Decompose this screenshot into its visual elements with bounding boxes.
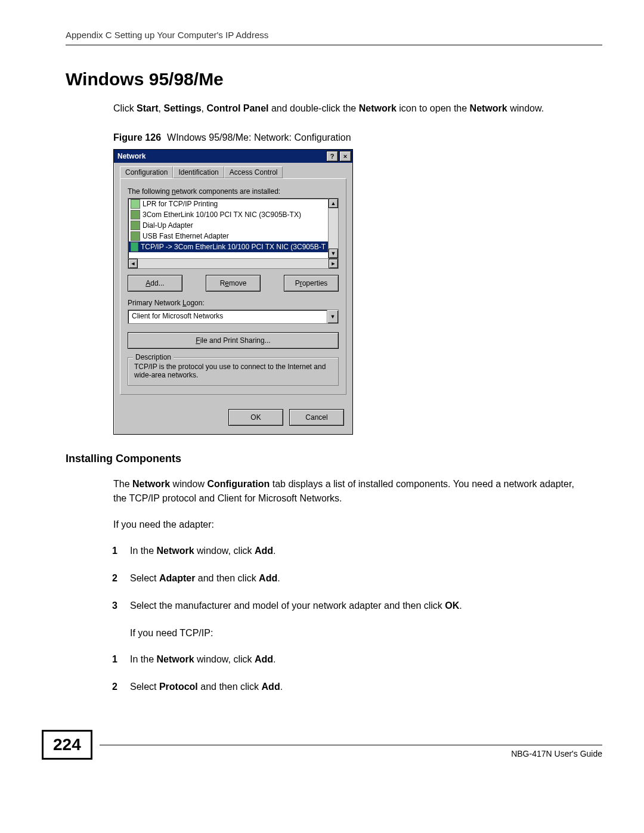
- protocol-icon: [131, 242, 138, 252]
- installing-paragraph: The Network window Configuration tab dis…: [113, 477, 578, 506]
- help-button[interactable]: ?: [326, 151, 338, 162]
- page-header: Appendix C Setting up Your Computer's IP…: [66, 30, 602, 45]
- scroll-up-icon[interactable]: ▲: [329, 199, 338, 208]
- tab-strip: Configuration Identification Access Cont…: [120, 166, 346, 179]
- remove-button[interactable]: Remove: [206, 275, 261, 292]
- steps-adapter: In the Network window, click Add. Select…: [113, 544, 578, 613]
- primary-logon-value: Client for Microsoft Networks: [128, 310, 327, 323]
- list-item[interactable]: USB Fast Ethernet Adapter: [128, 231, 328, 241]
- nic-icon: [131, 231, 140, 241]
- components-listbox[interactable]: LPR for TCP/IP Printing 3Com EtherLink 1…: [128, 198, 339, 259]
- tab-panel-configuration: The following network components are ins…: [120, 178, 346, 395]
- list-item[interactable]: LPR for TCP/IP Printing: [128, 199, 328, 209]
- vertical-scrollbar[interactable]: ▲ ▼: [328, 199, 338, 258]
- list-item: In the Network window, click Add.: [113, 652, 578, 667]
- heading-windows-9x: Windows 95/98/Me: [66, 69, 602, 89]
- scroll-down-icon[interactable]: ▼: [329, 249, 338, 258]
- scroll-right-icon[interactable]: ►: [329, 259, 338, 268]
- cancel-button[interactable]: Cancel: [289, 409, 344, 426]
- list-item: Select Adapter and then click Add.: [113, 571, 578, 586]
- steps-tcpip: In the Network window, click Add. Select…: [113, 652, 578, 694]
- list-item-selected[interactable]: TCP/IP -> 3Com EtherLink 10/100 PCI TX N…: [128, 241, 328, 252]
- need-adapter-paragraph: If you need the adapter:: [113, 518, 578, 532]
- network-dialog: Network ? × Configuration Identification…: [113, 149, 353, 435]
- components-label: The following network components are ins…: [128, 187, 339, 196]
- properties-button[interactable]: Properties: [284, 275, 339, 292]
- intro-paragraph: Click Start, Settings, Control Panel and…: [113, 101, 578, 116]
- chevron-down-icon[interactable]: ▼: [327, 310, 338, 323]
- dialog-titlebar: Network ? ×: [114, 150, 352, 163]
- footer-guide-name: NBG-417N User's Guide: [511, 749, 602, 758]
- tab-identification[interactable]: Identification: [173, 166, 224, 178]
- horizontal-scrollbar[interactable]: ◄ ►: [128, 258, 339, 269]
- close-button[interactable]: ×: [339, 151, 351, 162]
- page-number: 224: [42, 730, 92, 760]
- heading-installing-components: Installing Components: [66, 453, 602, 465]
- tab-configuration[interactable]: Configuration: [120, 166, 173, 178]
- list-item: Select the manufacturer and model of you…: [113, 599, 578, 613]
- figure-caption: Figure 126WIndows 95/98/Me: Network: Con…: [113, 132, 602, 143]
- nic-icon: [131, 221, 140, 230]
- dialog-title: Network: [117, 152, 145, 160]
- list-item[interactable]: 3Com EtherLink 10/100 PCI TX NIC (3C905B…: [128, 209, 328, 220]
- list-item: In the Network window, click Add.: [113, 544, 578, 558]
- add-button[interactable]: Add...: [128, 275, 182, 292]
- file-print-sharing-button[interactable]: File and Print Sharing...: [128, 332, 339, 349]
- tab-access-control[interactable]: Access Control: [224, 166, 283, 178]
- description-group: Description TCP/IP is the protocol you u…: [128, 357, 339, 386]
- nic-icon: [131, 210, 140, 219]
- need-tcpip-paragraph: If you need TCP/IP:: [130, 626, 578, 640]
- list-item[interactable]: Dial-Up Adapter: [128, 220, 328, 231]
- primary-logon-label: Primary Network Logon:: [128, 299, 339, 307]
- printer-icon: [131, 199, 140, 209]
- ok-button[interactable]: OK: [228, 409, 283, 426]
- list-item: Select Protocol and then click Add.: [113, 680, 578, 694]
- scroll-left-icon[interactable]: ◄: [128, 259, 138, 268]
- description-legend: Description: [133, 353, 174, 361]
- primary-logon-combo[interactable]: Client for Microsoft Networks ▼: [128, 309, 339, 324]
- description-text: TCP/IP is the protocol you use to connec…: [134, 363, 332, 379]
